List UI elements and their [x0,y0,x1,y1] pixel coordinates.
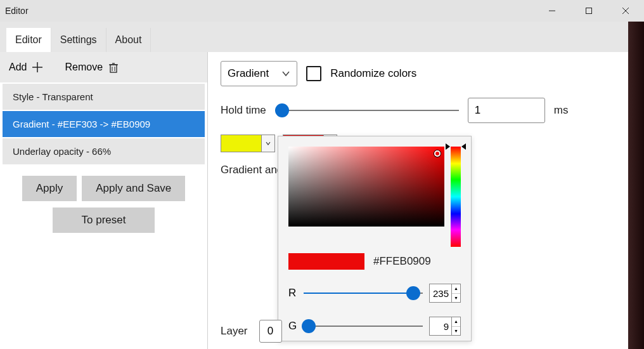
swatch-1-color [221,135,262,152]
mode-dropdown[interactable]: Gradient [221,61,297,86]
sv-field[interactable] [288,147,444,227]
tabstrip: Editor Settings About [0,22,644,52]
hue-strip[interactable] [451,147,461,247]
r-spinbox[interactable]: 235 ▲▼ [429,284,461,303]
current-hex: #FFEB0909 [373,255,431,268]
to-preset-button[interactable]: To preset [53,207,155,233]
layer-item-gradient[interactable]: Gradient - #EEF303 -> #EB0909 [3,111,205,137]
g-slider[interactable] [304,320,423,333]
layer-list: Style - Transparent Gradient - #EEF303 -… [0,82,207,172]
hold-time-unit: ms [554,104,569,117]
remove-button[interactable]: Remove [61,58,123,77]
svg-rect-1 [586,8,592,14]
add-button[interactable]: Add [5,58,47,77]
randomize-checkbox[interactable] [306,66,321,81]
layer-spinbox[interactable]: 0 [259,320,282,343]
apply-button[interactable]: Apply [22,176,77,201]
sv-selector-ring[interactable] [434,150,441,157]
r-down[interactable]: ▼ [452,294,460,303]
chevron-down-icon [281,70,290,77]
g-up[interactable]: ▲ [452,317,460,327]
g-spinbox[interactable]: 9 ▲▼ [429,317,461,336]
window-title: Editor [5,6,29,16]
mode-dropdown-label: Gradient [228,67,269,80]
current-color-swatch [288,253,364,270]
trash-icon [108,62,119,73]
maximize-button[interactable] [570,0,607,22]
gradient-angle-label: Gradient ang [221,164,283,176]
remove-label: Remove [65,62,103,73]
titlebar: Editor [0,0,644,22]
sidebar: Add Remove Style - Transparent Gradient … [0,52,208,349]
tab-about[interactable]: About [106,28,151,52]
plus-icon [32,62,43,73]
swatch-1-dropdown[interactable] [262,135,274,152]
sidebar-actionbar: Add Remove [0,52,207,82]
hold-time-input[interactable]: 1 [468,98,545,123]
hold-time-slider[interactable] [275,104,459,117]
r-slider[interactable] [304,287,423,300]
color-swatch-1[interactable] [221,135,275,152]
g-down[interactable]: ▼ [452,327,460,336]
svg-rect-6 [110,65,117,72]
chevron-down-icon [266,142,271,145]
close-button[interactable] [607,0,644,22]
tab-settings[interactable]: Settings [51,28,106,52]
apply-save-button[interactable]: Apply and Save [82,176,185,201]
randomize-label: Randomize colors [330,67,416,80]
minimize-button[interactable] [534,0,570,22]
hold-time-label: Hold time [221,104,266,117]
right-edge-decoration [628,22,644,349]
window-controls [534,0,644,22]
main-panel: Gradient Randomize colors Hold time 1 ms [208,52,644,349]
layer-label: Layer [221,325,248,338]
color-picker-popup: #FFEB0909 R 235 ▲▼ G [278,136,472,341]
tab-editor[interactable]: Editor [6,28,51,52]
g-label: G [288,320,297,333]
layer-item-style[interactable]: Style - Transparent [3,84,205,110]
layer-item-underlay[interactable]: Underlay opacity - 66% [3,138,205,164]
r-up[interactable]: ▲ [452,284,460,294]
r-label: R [288,287,297,300]
add-label: Add [9,62,27,73]
